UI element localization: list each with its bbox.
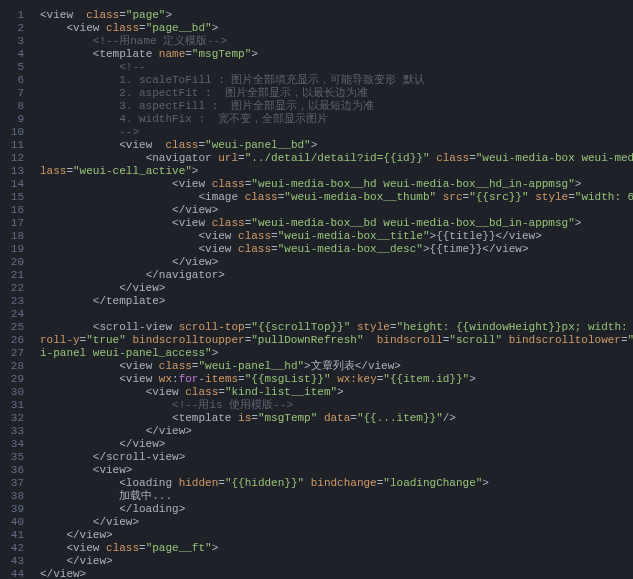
line-number: 30: [0, 386, 32, 399]
code-line[interactable]: <scroll-view scroll-top="{{scrollTop}}" …: [32, 321, 633, 334]
code-line[interactable]: [32, 308, 633, 321]
line-number: 17: [0, 217, 32, 230]
line-number: 6: [0, 74, 32, 87]
code-line[interactable]: lass="weui-cell_active">: [32, 165, 633, 178]
line-number: 31: [0, 399, 32, 412]
code-line[interactable]: <!--用is 使用模版-->: [32, 399, 633, 412]
code-line[interactable]: </scroll-view>: [32, 451, 633, 464]
code-line[interactable]: <view class="page__bd">: [32, 22, 633, 35]
code-line[interactable]: <view class="weui-media-box__desc">{{tim…: [32, 243, 633, 256]
line-number: 37: [0, 477, 32, 490]
code-line[interactable]: <view class="weui-media-box__title">{{ti…: [32, 230, 633, 243]
code-line[interactable]: </view>: [32, 282, 633, 295]
code-line[interactable]: </view>: [32, 529, 633, 542]
line-number: 38: [0, 490, 32, 503]
code-line[interactable]: i-panel weui-panel_access">: [32, 347, 633, 360]
code-line[interactable]: 加载中...: [32, 490, 633, 503]
code-line[interactable]: </view>: [32, 204, 633, 217]
line-number: 21: [0, 269, 32, 282]
line-number: 24: [0, 308, 32, 321]
code-line[interactable]: 1. scaleToFill : 图片全部填充显示，可能导致变形 默认: [32, 74, 633, 87]
line-number: 43: [0, 555, 32, 568]
line-number-gutter: 1234567891011121314151617181920212223242…: [0, 0, 32, 579]
line-number: 7: [0, 87, 32, 100]
line-number: 40: [0, 516, 32, 529]
code-line[interactable]: 4. widthFix : 宽不变，全部显示图片: [32, 113, 633, 126]
line-number: 39: [0, 503, 32, 516]
code-line[interactable]: <view class="weui-panel__bd">: [32, 139, 633, 152]
code-line[interactable]: </view>: [32, 568, 633, 579]
line-number: 33: [0, 425, 32, 438]
code-line[interactable]: <view>: [32, 464, 633, 477]
code-line[interactable]: <view class="weui-panel__hd">文章列表</view>: [32, 360, 633, 373]
code-line[interactable]: <template name="msgTemp">: [32, 48, 633, 61]
line-number: 2: [0, 22, 32, 35]
line-number: 27: [0, 347, 32, 360]
code-line[interactable]: </loading>: [32, 503, 633, 516]
line-number: 32: [0, 412, 32, 425]
code-line[interactable]: -->: [32, 126, 633, 139]
line-number: 20: [0, 256, 32, 269]
line-number: 19: [0, 243, 32, 256]
code-line[interactable]: </view>: [32, 555, 633, 568]
code-line[interactable]: </view>: [32, 425, 633, 438]
code-line[interactable]: </template>: [32, 295, 633, 308]
code-line[interactable]: 2. aspectFit : 图片全部显示，以最长边为准: [32, 87, 633, 100]
line-number: 34: [0, 438, 32, 451]
code-line[interactable]: <view class="kind-list__item">: [32, 386, 633, 399]
line-number: 8: [0, 100, 32, 113]
code-line[interactable]: <navigator url="../detail/detail?id={{id…: [32, 152, 633, 165]
line-number: 22: [0, 282, 32, 295]
line-number: 9: [0, 113, 32, 126]
line-number: 3: [0, 35, 32, 48]
code-line[interactable]: <view class="page__ft">: [32, 542, 633, 555]
line-number: 10: [0, 126, 32, 139]
code-line[interactable]: </view>: [32, 256, 633, 269]
line-number: 35: [0, 451, 32, 464]
code-line[interactable]: <view wx:for-items="{{msgList}}" wx:key=…: [32, 373, 633, 386]
line-number: 44: [0, 568, 32, 579]
line-number: 11: [0, 139, 32, 152]
code-line[interactable]: <!--用name 定义模版-->: [32, 35, 633, 48]
line-number: 14: [0, 178, 32, 191]
code-line[interactable]: <view class="page">: [32, 9, 633, 22]
line-number: 5: [0, 61, 32, 74]
line-number: 16: [0, 204, 32, 217]
line-number: 1: [0, 9, 32, 22]
code-editor-content[interactable]: <view class="page"> <view class="page__b…: [32, 0, 633, 579]
line-number: 13: [0, 165, 32, 178]
code-line[interactable]: <view class="weui-media-box__bd weui-med…: [32, 217, 633, 230]
code-line[interactable]: roll-y="true" bindscrolltoupper="pullDow…: [32, 334, 633, 347]
code-line[interactable]: </navigator>: [32, 269, 633, 282]
line-number: 23: [0, 295, 32, 308]
line-number: 41: [0, 529, 32, 542]
line-number: 29: [0, 373, 32, 386]
code-line[interactable]: <loading hidden="{{hidden}}" bindchange=…: [32, 477, 633, 490]
code-line[interactable]: </view>: [32, 438, 633, 451]
line-number: 36: [0, 464, 32, 477]
code-line[interactable]: </view>: [32, 516, 633, 529]
line-number: 12: [0, 152, 32, 165]
line-number: 18: [0, 230, 32, 243]
line-number: 4: [0, 48, 32, 61]
code-line[interactable]: <template is="msgTemp" data="{{...item}}…: [32, 412, 633, 425]
line-number: 25: [0, 321, 32, 334]
line-number: 15: [0, 191, 32, 204]
line-number: 26: [0, 334, 32, 347]
code-line[interactable]: 3. aspectFill : 图片全部显示，以最短边为准: [32, 100, 633, 113]
code-line[interactable]: <image class="weui-media-box__thumb" src…: [32, 191, 633, 204]
code-line[interactable]: <!--: [32, 61, 633, 74]
code-line[interactable]: <view class="weui-media-box__hd weui-med…: [32, 178, 633, 191]
line-number: 42: [0, 542, 32, 555]
line-number: 28: [0, 360, 32, 373]
